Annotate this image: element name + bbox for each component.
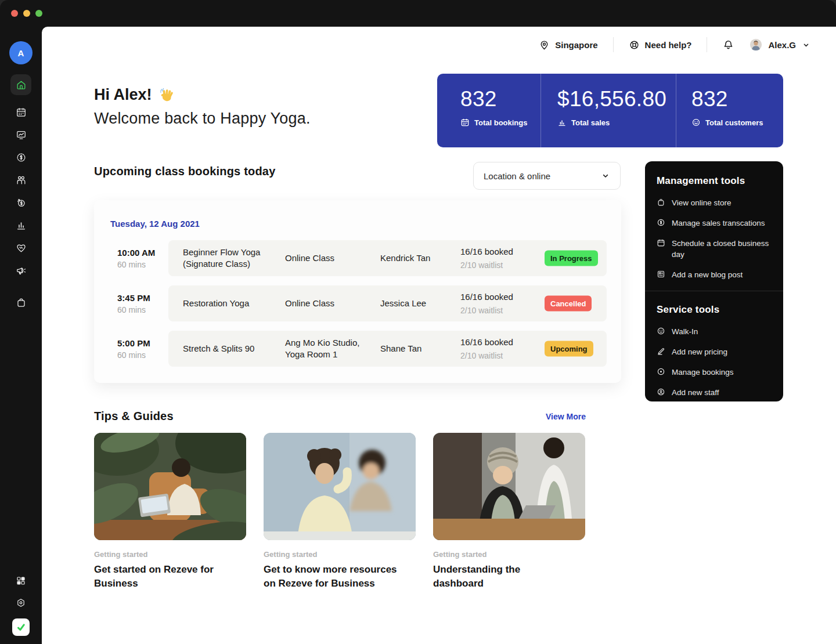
bar-chart-icon bbox=[557, 118, 567, 127]
tip-card-title: Get to know more resources on Rezeve for… bbox=[264, 563, 401, 591]
transactions-refresh-icon bbox=[16, 197, 27, 208]
calendar-icon bbox=[657, 238, 665, 247]
booking-time: 3:45 PM bbox=[117, 293, 167, 303]
sidebar-item-marketing[interactable] bbox=[16, 265, 27, 276]
greeting-subtitle: Welcome back to Happy Yoga. bbox=[94, 110, 311, 128]
user-menu[interactable]: Alex.G bbox=[749, 38, 810, 51]
tool-manage-bookings[interactable]: Manage bookings bbox=[657, 367, 772, 378]
tip-card[interactable]: Getting started Get started on Rezeve fo… bbox=[94, 433, 246, 591]
tool-add-new-pricing[interactable]: Add new pricing bbox=[657, 346, 772, 357]
tool-label: View online store bbox=[672, 197, 732, 208]
tool-schedule-closed-day[interactable]: Schedule a closed business day bbox=[657, 238, 772, 260]
sidebar-item-apps[interactable] bbox=[16, 576, 26, 586]
tip-card-image-plants-laptop bbox=[94, 433, 246, 540]
tool-label: Add a new blog post bbox=[672, 269, 743, 280]
home-icon bbox=[16, 79, 27, 91]
tool-walk-in[interactable]: Walk-In bbox=[657, 326, 772, 337]
booking-location: Online Class bbox=[285, 298, 376, 309]
bookings-table: Tuesday, 12 Aug 2021 10:00 AM 60 mins Be… bbox=[94, 200, 621, 383]
calendar-icon bbox=[16, 107, 27, 118]
reports-bar-chart-icon bbox=[16, 220, 27, 231]
sidebar-item-home[interactable] bbox=[10, 74, 31, 95]
map-pin-icon bbox=[539, 39, 550, 50]
tip-card-title: Get started on Rezeve for Business bbox=[94, 563, 231, 591]
tool-label: Schedule a closed business day bbox=[672, 238, 772, 260]
stat-total-sales: $16,556.80 Total sales bbox=[540, 74, 676, 147]
greeting-title-text: Hi Alex! bbox=[94, 86, 152, 104]
tool-view-online-store[interactable]: View online store bbox=[657, 197, 772, 208]
stat-label-text: Total sales bbox=[571, 118, 610, 127]
tip-card-image-staff-with-laptop bbox=[433, 433, 585, 540]
location-filter-dropdown[interactable]: Location & online bbox=[473, 162, 621, 190]
calendar-icon bbox=[460, 118, 470, 127]
booking-capacity: 16/16 booked 2/10 waitlist bbox=[460, 337, 537, 361]
greeting: Hi Alex! Welcome back to Happy Yoga. bbox=[94, 86, 311, 128]
user-avatar bbox=[749, 38, 762, 51]
sidebar-item-performance[interactable] bbox=[16, 129, 27, 140]
target-icon bbox=[657, 367, 665, 376]
booking-instructor: Shane Tan bbox=[380, 343, 456, 354]
tool-manage-sales-transactions[interactable]: Manage sales transcations bbox=[657, 218, 772, 229]
sidebar-item-store[interactable] bbox=[16, 297, 27, 308]
store-bag-icon bbox=[16, 297, 27, 308]
sidebar-item-pricing[interactable] bbox=[16, 152, 27, 163]
location-label: Singapore bbox=[555, 40, 597, 50]
tool-add-blog-post[interactable]: Add a new blog post bbox=[657, 269, 772, 280]
window-zoom-button[interactable] bbox=[35, 10, 42, 17]
booking-class: Stretch & Splits 90 bbox=[183, 343, 282, 354]
stat-label-text: Total bookings bbox=[474, 118, 527, 127]
bookings-section-title: Upcoming class bookings today bbox=[94, 165, 276, 178]
waving-hand-icon bbox=[158, 86, 175, 103]
location-selector[interactable]: Singapore bbox=[539, 39, 597, 50]
lifebuoy-icon bbox=[629, 39, 640, 50]
app-window: A bbox=[0, 0, 836, 644]
service-tools-title: Service tools bbox=[657, 304, 772, 316]
booking-duration: 60 mins bbox=[117, 350, 167, 360]
smiley-icon bbox=[657, 326, 665, 335]
booking-instructor: Jessica Lee bbox=[380, 298, 456, 309]
stat-label-text: Total customers bbox=[705, 118, 763, 127]
tip-card[interactable]: Getting started Get to know more resourc… bbox=[264, 433, 416, 591]
divider bbox=[613, 37, 614, 52]
tool-label: Add new staff bbox=[672, 387, 719, 398]
tip-card[interactable]: Getting started Understanding the dashbo… bbox=[433, 433, 585, 591]
stat-total-customers: 832 Total customers bbox=[676, 74, 783, 147]
sidebar-item-customers[interactable] bbox=[16, 175, 27, 186]
booked-count: 16/16 booked bbox=[460, 337, 537, 348]
stat-total-bookings: 832 Total bookings bbox=[437, 74, 540, 147]
settings-gear-icon bbox=[16, 598, 26, 608]
tool-add-new-staff[interactable]: Add new staff bbox=[657, 387, 772, 398]
filter-value: Location & online bbox=[484, 171, 550, 181]
booking-row[interactable]: 5:00 PM 60 mins Stretch & Splits 90 Ang … bbox=[94, 331, 621, 367]
greeting-title: Hi Alex! bbox=[94, 86, 311, 104]
sidebar-item-transactions[interactable] bbox=[16, 197, 27, 208]
booking-duration: 60 mins bbox=[117, 305, 167, 314]
workspace-avatar[interactable]: A bbox=[9, 41, 33, 64]
tool-label: Manage sales transcations bbox=[672, 218, 765, 229]
window-close-button[interactable] bbox=[11, 10, 18, 17]
view-more-link[interactable]: View More bbox=[546, 412, 586, 421]
notifications-bell-icon[interactable] bbox=[722, 39, 734, 51]
booking-row[interactable]: 3:45 PM 60 mins Restoration Yoga Online … bbox=[94, 285, 621, 321]
sidebar-item-partners[interactable] bbox=[16, 243, 27, 254]
booking-capacity: 16/16 booked 2/10 waitlist bbox=[460, 246, 537, 271]
booked-count: 16/16 booked bbox=[460, 246, 537, 258]
need-help-button[interactable]: Need help? bbox=[629, 39, 692, 50]
tip-card-title: Understanding the dashboard bbox=[433, 563, 570, 591]
sidebar-item-reports[interactable] bbox=[16, 220, 27, 231]
window-titlebar bbox=[0, 0, 836, 27]
management-tools-title: Management tools bbox=[657, 175, 772, 187]
tips-section-title: Tips & Guides bbox=[94, 410, 174, 423]
tool-label: Add new pricing bbox=[672, 346, 727, 357]
tips-cards: Getting started Get started on Rezeve fo… bbox=[94, 433, 585, 591]
rezeve-logo[interactable] bbox=[12, 618, 30, 636]
booking-class: Beginner Flow Yoga (Signature Class) bbox=[183, 247, 282, 270]
tool-label: Walk-In bbox=[672, 326, 698, 337]
sidebar-item-settings[interactable] bbox=[16, 598, 26, 608]
chevron-down-icon bbox=[601, 171, 610, 180]
booking-location: Online Class bbox=[285, 252, 376, 264]
booking-row[interactable]: 10:00 AM 60 mins Beginner Flow Yoga (Sig… bbox=[94, 240, 621, 276]
booked-count: 16/16 booked bbox=[460, 291, 537, 303]
sidebar-item-calendar[interactable] bbox=[16, 107, 27, 118]
window-minimize-button[interactable] bbox=[23, 10, 30, 17]
